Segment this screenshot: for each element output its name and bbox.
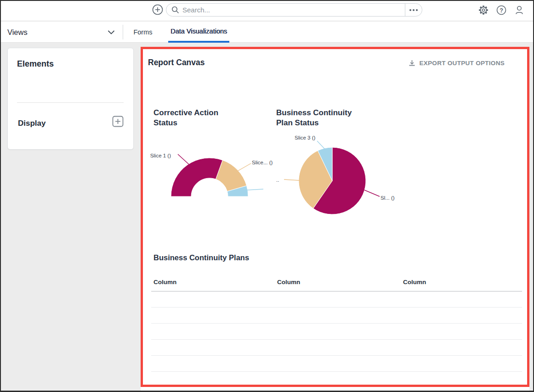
app-page: ? Views Forms Data Visualizations: [0, 0, 534, 392]
svg-text:..: ..: [276, 177, 279, 183]
views-dropdown[interactable]: Views: [7, 22, 28, 43]
svg-text:Sl... (): Sl... (): [381, 195, 395, 201]
svg-text:?: ?: [500, 7, 503, 14]
chart1-title: Corrective Action Status: [153, 108, 232, 128]
table-row: [151, 308, 522, 324]
display-heading: Display: [18, 119, 45, 128]
help-button[interactable]: ?: [496, 5, 506, 15]
export-output-options-button[interactable]: EXPORT OUTPUT OPTIONS: [409, 60, 505, 67]
user-icon: [514, 5, 524, 15]
svg-text:Slice 1 (): Slice 1 (): [150, 153, 171, 158]
panel-divider: [17, 102, 124, 103]
svg-text:Slice 3 (): Slice 3 (): [295, 135, 316, 140]
table-row: [151, 324, 522, 340]
plus-square-icon: [112, 116, 124, 127]
column-header: Column: [275, 274, 401, 291]
column-header: Column: [151, 274, 275, 291]
business-continuity-plan-status-chart: Sl... ()..Slice 3 (): [271, 131, 404, 218]
table-row: [151, 356, 522, 372]
tab-forms[interactable]: Forms: [127, 22, 159, 43]
plus-circle-icon: [152, 4, 164, 16]
download-icon: [409, 60, 415, 67]
views-label: Views: [7, 28, 28, 37]
ellipsis-icon: [409, 9, 418, 11]
search-box: [166, 3, 422, 17]
top-bar: ?: [0, 0, 534, 21]
table-title: Business Continuity Plans: [153, 253, 249, 262]
canvas-lower-gap: [141, 387, 529, 391]
help-icon: ?: [496, 5, 506, 15]
chevron-down-icon[interactable]: [108, 30, 115, 34]
elements-panel: Elements Display: [7, 48, 134, 150]
search-input[interactable]: [182, 6, 405, 14]
search-icon: [171, 6, 179, 14]
report-table: Column Column Column: [151, 274, 522, 372]
user-profile-button[interactable]: [514, 5, 524, 15]
add-button[interactable]: [152, 4, 164, 16]
nav-row: Views Forms Data Visualizations: [0, 22, 534, 43]
more-options-button[interactable]: [405, 4, 422, 16]
table-header-row: Column Column Column: [151, 274, 522, 291]
svg-text:Slice... (): Slice... (): [252, 160, 273, 165]
gear-icon: [478, 5, 489, 15]
report-canvas-title: Report Canvas: [148, 58, 205, 67]
chart2-title: Business Continuity Plan Status: [276, 108, 359, 128]
column-header: Column: [401, 274, 522, 291]
nav-divider: [123, 25, 123, 39]
elements-heading: Elements: [17, 59, 54, 69]
table-row: [151, 291, 522, 308]
settings-button[interactable]: [478, 5, 489, 15]
add-display-element-button[interactable]: [112, 116, 124, 127]
corrective-action-status-chart: Slice 1 ()Slice... (): [147, 149, 276, 202]
tab-data-visualizations[interactable]: Data Visualizations: [168, 22, 229, 43]
table-row: [151, 340, 522, 356]
report-canvas: Report Canvas EXPORT OUTPUT OPTIONS Corr…: [141, 47, 529, 387]
